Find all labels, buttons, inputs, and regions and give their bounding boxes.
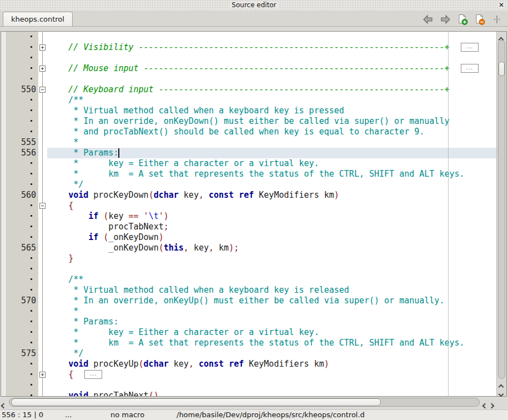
- collapsed-fold-box[interactable]: ...: [84, 370, 102, 379]
- code-line[interactable]: * Params:: [1, 317, 496, 327]
- code-text[interactable]: * In an override, onKeyDown() must eithe…: [47, 116, 496, 127]
- code-line[interactable]: 560 void procKeyDown(dchar key, const re…: [1, 190, 496, 201]
- detach-view-button[interactable]: [491, 14, 502, 25]
- code-line[interactable]: [1, 264, 496, 274]
- code-text[interactable]: * and procTabNext() should be called whe…: [47, 127, 496, 137]
- close-source-button[interactable]: [474, 14, 485, 25]
- code-text[interactable]: void procKeyUp(dchar key, const ref KeyM…: [47, 359, 496, 369]
- code-line[interactable]: 570 * In an override, onKeyUp() must eit…: [1, 296, 496, 306]
- code-line[interactable]: }: [1, 253, 496, 264]
- vertical-scrollbar[interactable]: [496, 32, 506, 396]
- code-line[interactable]: /**: [1, 274, 496, 285]
- scroll-right-icon[interactable]: [490, 399, 496, 406]
- code-line[interactable]: * km = A set that represents the status …: [1, 338, 496, 348]
- line-number: [7, 211, 38, 222]
- code-text[interactable]: [47, 53, 496, 63]
- code-text[interactable]: {...: [47, 369, 496, 380]
- code-line[interactable]: * and procTabNext() should be called whe…: [1, 127, 496, 137]
- code-text[interactable]: [47, 32, 496, 42]
- code-line[interactable]: if (_onKeyDown): [1, 232, 496, 243]
- code-text[interactable]: void procTabNext(): [47, 391, 496, 396]
- collapsed-fold-box[interactable]: ...: [461, 64, 479, 73]
- code-line[interactable]: * km = A set that represents the status …: [1, 169, 496, 179]
- scroll-up-bottom-icon[interactable]: [499, 381, 505, 387]
- code-line[interactable]: * Virtual method called when a keyboard …: [1, 106, 496, 116]
- code-text[interactable]: */: [47, 348, 496, 359]
- code-text[interactable]: * key = Either a character or a virtual …: [47, 158, 496, 169]
- code-line[interactable]: // Visibility --------------------------…: [1, 42, 496, 53]
- fold-expand-icon[interactable]: [39, 66, 46, 72]
- code-text[interactable]: // Keyboard input ----------------------…: [47, 84, 496, 95]
- code-line[interactable]: [1, 32, 496, 42]
- scroll-up-icon[interactable]: [499, 33, 505, 40]
- code-line[interactable]: {: [1, 201, 496, 211]
- code-text[interactable]: if (key == '\t'): [47, 211, 496, 222]
- code-line[interactable]: * In an override, onKeyDown() must eithe…: [1, 116, 496, 127]
- code-line[interactable]: 575 */: [1, 348, 496, 359]
- horizontal-scroll-track[interactable]: [9, 398, 480, 407]
- scroll-left-icon[interactable]: [2, 399, 8, 406]
- code-line[interactable]: 550 // Keyboard input ------------------…: [1, 84, 496, 95]
- code-text[interactable]: }: [47, 253, 496, 264]
- code-text[interactable]: * km = A set that represents the status …: [47, 169, 496, 179]
- scroll-down-icon[interactable]: [499, 388, 505, 394]
- code-line[interactable]: 556 * Params:: [1, 148, 496, 158]
- code-line[interactable]: * Virtual method called when a keyboard …: [1, 285, 496, 296]
- fold-collapse-icon[interactable]: [39, 87, 46, 93]
- collapsed-fold-box[interactable]: ...: [461, 43, 479, 52]
- code-line[interactable]: * key = Either a character or a virtual …: [1, 158, 496, 169]
- code-line[interactable]: [1, 380, 496, 391]
- code-text[interactable]: /**: [47, 274, 496, 285]
- code-line[interactable]: procTabNext;: [1, 222, 496, 232]
- code-text[interactable]: _onKeyDown(this, key, km);: [47, 243, 496, 253]
- code-text[interactable]: * Virtual method called when a keyboard …: [47, 106, 496, 116]
- code-line[interactable]: void procTabNext(): [1, 391, 496, 396]
- go-next-button[interactable]: [440, 14, 451, 25]
- code-line[interactable]: * key = Either a character or a virtual …: [1, 327, 496, 338]
- code-text[interactable]: *: [47, 137, 496, 148]
- horizontal-scrollbar[interactable]: [1, 397, 507, 408]
- new-source-button[interactable]: [457, 14, 468, 25]
- code-line[interactable]: [1, 74, 496, 84]
- code-line[interactable]: /**: [1, 95, 496, 106]
- code-text[interactable]: */: [47, 179, 496, 190]
- code-text[interactable]: * In an override, onKeyUp() must either …: [47, 296, 496, 306]
- vertical-scroll-track[interactable]: [498, 40, 505, 379]
- code-text[interactable]: /**: [47, 95, 496, 106]
- fold-collapse-icon[interactable]: [39, 203, 46, 209]
- code-text[interactable]: [47, 264, 496, 274]
- code-text[interactable]: [47, 74, 496, 84]
- code-text[interactable]: * Params:: [47, 317, 496, 327]
- vertical-scroll-thumb[interactable]: [499, 62, 505, 76]
- fold-expand-icon[interactable]: [39, 372, 46, 378]
- tab-kheops-control[interactable]: kheops.control: [3, 12, 73, 26]
- code-text[interactable]: * Virtual method called when a keyboard …: [47, 285, 496, 296]
- code-line[interactable]: if (key == '\t'): [1, 211, 496, 222]
- code-text[interactable]: void procKeyDown(dchar key, const ref Ke…: [47, 190, 496, 201]
- window-titlebar[interactable]: Source editor ✕: [0, 0, 508, 11]
- code-line[interactable]: 565 _onKeyDown(this, key, km);: [1, 243, 496, 253]
- horizontal-scroll-thumb[interactable]: [11, 398, 381, 406]
- code-text[interactable]: if (_onKeyDown): [47, 232, 496, 243]
- line-number: [7, 42, 38, 53]
- window-close-icon[interactable]: ✕: [497, 1, 505, 9]
- code-text[interactable]: // Visibility --------------------------…: [47, 42, 496, 53]
- code-text[interactable]: // Mouse input -------------------------…: [47, 63, 496, 74]
- code-text[interactable]: {: [47, 201, 496, 211]
- code-line[interactable]: // Mouse input -------------------------…: [1, 63, 496, 74]
- code-text[interactable]: *: [47, 306, 496, 317]
- code-editor[interactable]: // Visibility --------------------------…: [1, 31, 507, 397]
- code-line[interactable]: {...: [1, 369, 496, 380]
- code-text[interactable]: [47, 380, 496, 391]
- code-text[interactable]: procTabNext;: [47, 222, 496, 232]
- fold-expand-icon[interactable]: [39, 44, 46, 51]
- go-previous-button[interactable]: [423, 14, 434, 25]
- code-text[interactable]: * Params:: [47, 148, 496, 158]
- code-line[interactable]: [1, 53, 496, 63]
- code-line[interactable]: void procKeyUp(dchar key, const ref KeyM…: [1, 359, 496, 369]
- code-text[interactable]: * km = A set that represents the status …: [47, 338, 496, 348]
- code-text[interactable]: * key = Either a character or a virtual …: [47, 327, 496, 338]
- code-line[interactable]: 555 *: [1, 137, 496, 148]
- code-line[interactable]: */: [1, 179, 496, 190]
- code-line[interactable]: *: [1, 306, 496, 317]
